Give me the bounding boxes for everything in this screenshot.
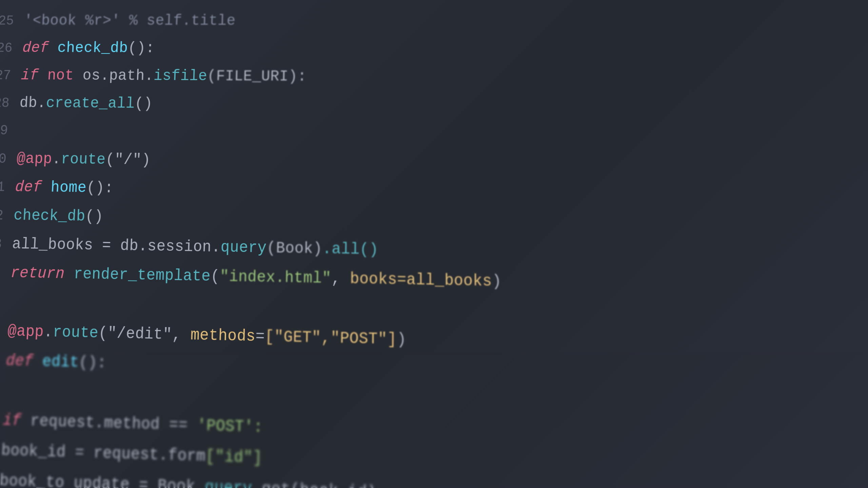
line-code: def edit(): [5,346,107,378]
line-number: 33 [0,230,13,259]
line-number: 38 [0,375,5,405]
code-content: 25 '<book %r>' % self.title26def check_d… [0,0,868,488]
line-number: 35 [0,287,10,317]
line-number: 26 [0,35,23,62]
table-row: 27 if not os.path.isfile(FILE_URI): [0,62,868,94]
line-number: 28 [0,89,20,117]
line-code: '<book %r>' % self.title [23,7,236,35]
line-number: 25 [0,7,25,35]
line-code: check_db() [13,201,104,231]
line-number: 29 [0,117,19,145]
line-code: def home(): [15,173,114,202]
table-row: 26def check_db(): [0,34,868,65]
line-code: @app.route("/") [16,145,151,174]
line-code: if not os.path.isfile(FILE_URI): [20,62,307,91]
line-number: 32 [0,201,14,230]
table-row: 25 '<book %r>' % self.title [0,7,868,36]
line-code: def check_db(): [22,34,155,62]
line-number: 30 [0,145,17,174]
line-number: 34 [0,258,12,288]
line-number: 27 [0,62,22,90]
line-number: 31 [0,173,16,202]
line-code: db.create_all() [19,89,153,118]
code-editor: 25 '<book %r>' % self.title26def check_d… [0,0,868,488]
